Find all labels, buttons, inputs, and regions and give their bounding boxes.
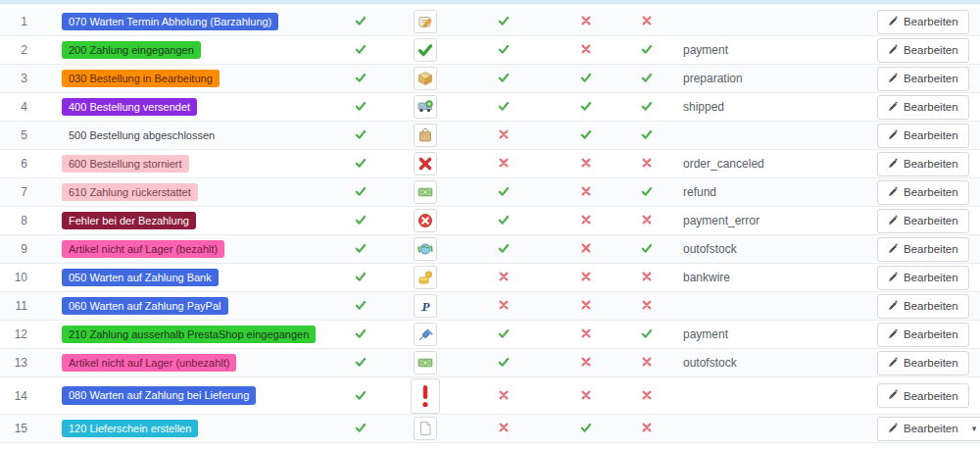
edit-button[interactable]: Bearbeiten xyxy=(877,383,969,408)
page-icon xyxy=(414,417,437,440)
table-row: 10 050 Warten auf Zahlung Bank bankwire … xyxy=(0,264,980,292)
status-icon-cell xyxy=(387,36,463,64)
cancel-icon xyxy=(414,209,437,232)
row-number: 7 xyxy=(0,178,44,206)
status-name-cell: 200 Zahlung eingegangen xyxy=(44,36,333,64)
bag-icon xyxy=(414,124,437,147)
invoice-indicator xyxy=(544,8,627,35)
edit-button[interactable]: Bearbeiten xyxy=(877,209,969,233)
edit-button[interactable]: Bearbeiten xyxy=(877,10,969,34)
check-icon xyxy=(355,269,367,286)
order-status-table: 1 070 Warten Termin Abholung (Barzahlung… xyxy=(0,8,980,443)
status-badge: 400 Bestellung versendet xyxy=(62,98,197,116)
status-badge: 080 Warten auf Zahlung bei Lieferung xyxy=(62,386,256,404)
check-icon xyxy=(498,240,510,258)
caret-down-icon[interactable]: ▾ xyxy=(972,424,977,433)
status-badge: 070 Warten Termin Abholung (Barzahlung) xyxy=(62,13,278,30)
email-template xyxy=(666,122,877,149)
email-template: payment xyxy=(666,36,877,64)
invoice-indicator xyxy=(544,36,627,64)
check-icon xyxy=(355,326,367,343)
edit-button[interactable]: Bearbeiten xyxy=(877,124,969,148)
cross-icon xyxy=(580,41,592,59)
cross-icon xyxy=(580,354,592,372)
check-icon xyxy=(498,326,510,343)
valid-indicator xyxy=(333,207,387,234)
email-template: order_canceled xyxy=(666,150,877,177)
invoice-indicator xyxy=(544,349,627,376)
row-number: 15 xyxy=(0,415,44,442)
edit-button-label: Bearbeiten xyxy=(904,186,958,198)
check-icon xyxy=(580,126,592,144)
status-name-cell: 120 Lieferschein erstellen xyxy=(44,415,333,442)
action-cell: Bearbeiten xyxy=(877,235,980,263)
cross-icon xyxy=(498,155,510,173)
status-badge: 600 Bestellung storniert xyxy=(62,155,189,173)
status-name-cell: 070 Warten Termin Abholung (Barzahlung) xyxy=(44,8,333,35)
invoice-indicator xyxy=(544,264,627,291)
edit-button[interactable]: Bearbeiten xyxy=(877,351,969,376)
row-number: 4 xyxy=(0,93,44,121)
action-cell: Bearbeiten xyxy=(877,264,980,291)
check-icon xyxy=(580,98,592,116)
email-template xyxy=(666,8,877,35)
edit-button-label: Bearbeiten xyxy=(904,272,958,283)
edit-button[interactable]: Bearbeiten xyxy=(877,38,969,63)
delivery-indicator xyxy=(627,415,666,442)
action-cell: Bearbeiten xyxy=(877,377,980,414)
delivery-indicator xyxy=(627,93,666,121)
action-cell: Bearbeiten xyxy=(877,321,980,348)
edit-button[interactable]: Bearbeiten xyxy=(877,237,969,262)
status-name-cell: Artikel nicht auf Lager (bezahlt) xyxy=(44,235,333,263)
delivery-indicator xyxy=(627,349,666,376)
status-name-cell: Fehler bei der Bezahlung xyxy=(44,207,333,234)
money-icon xyxy=(414,351,437,375)
action-cell: Bearbeiten xyxy=(877,8,980,35)
table-row: 12 210 Zahlung ausserhalb PrestaShop ein… xyxy=(0,321,980,349)
edit-button[interactable]: Bearbeiten xyxy=(877,95,969,120)
check-icon xyxy=(355,420,367,437)
valid-indicator xyxy=(333,292,387,320)
status-badge: 210 Zahlung ausserhalb PrestaShop eingeg… xyxy=(62,326,316,343)
check-icon xyxy=(355,387,367,405)
cross-icon xyxy=(641,269,653,286)
cross-icon xyxy=(641,297,653,315)
check-icon xyxy=(355,212,367,229)
edit-button-label: Bearbeiten xyxy=(904,129,958,141)
edit-button[interactable]: Bearbeiten xyxy=(877,266,969,290)
status-badge: Artikel nicht auf Lager (bezahlt) xyxy=(62,240,224,258)
edit-button-label: Bearbeiten xyxy=(904,158,958,170)
delivery-indicator xyxy=(627,292,666,320)
status-badge: Artikel nicht auf Lager (unbezahlt) xyxy=(62,354,236,372)
table-row: 11 060 Warten auf Zahlung PayPal P Bearb… xyxy=(0,292,980,321)
plugin-icon xyxy=(414,323,437,346)
edit-button[interactable]: Bearbeiten xyxy=(877,294,969,319)
valid-indicator xyxy=(333,8,387,35)
pencil-icon xyxy=(888,73,899,85)
email-indicator xyxy=(463,122,544,149)
email-template: outofstock xyxy=(666,349,877,376)
edit-button-label: Bearbeiten xyxy=(904,101,958,113)
invoice-indicator xyxy=(544,377,627,414)
valid-indicator xyxy=(333,178,387,206)
valid-indicator xyxy=(333,235,387,263)
edit-button[interactable]: Bearbeiten xyxy=(877,180,969,205)
status-icon-cell xyxy=(387,377,463,414)
status-badge: 050 Warten auf Zahlung Bank xyxy=(62,269,219,286)
row-number: 9 xyxy=(0,235,44,263)
cross-icon xyxy=(498,420,510,437)
delivery-indicator xyxy=(627,36,666,64)
email-indicator xyxy=(463,65,544,92)
edit-button[interactable]: Bearbeiten ▾ xyxy=(877,417,980,441)
invoice-indicator xyxy=(544,178,627,206)
row-number: 14 xyxy=(0,377,44,414)
check-icon xyxy=(641,240,653,258)
edit-button[interactable]: Bearbeiten xyxy=(877,152,969,176)
check-icon xyxy=(641,326,653,343)
edit-button[interactable]: Bearbeiten xyxy=(877,67,969,91)
check-icon xyxy=(355,240,367,258)
cross-icon xyxy=(580,297,592,315)
pencil-icon xyxy=(888,423,899,435)
edit-button[interactable]: Bearbeiten xyxy=(877,323,969,347)
email-template: preparation xyxy=(666,65,877,92)
